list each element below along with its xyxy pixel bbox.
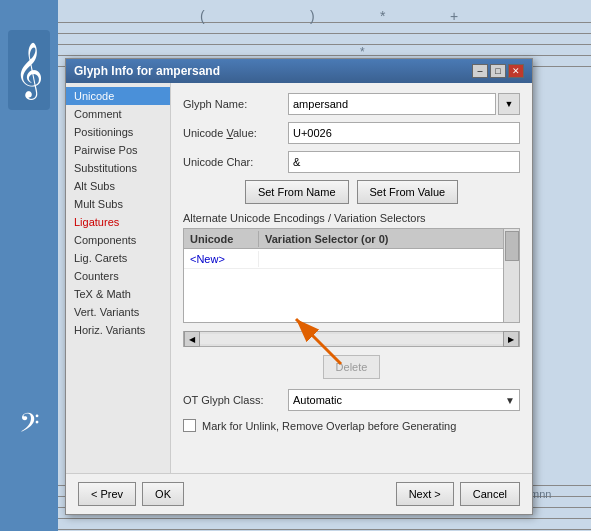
nav-item-vert-variants[interactable]: Vert. Variants xyxy=(66,303,170,321)
dialog-body: Unicode Comment Positionings Pairwise Po… xyxy=(66,83,532,473)
scrollbar-thumb xyxy=(505,231,519,261)
scroll-right-arrow[interactable]: ▶ xyxy=(503,331,519,347)
alternate-section-label: Alternate Unicode Encodings / Variation … xyxy=(183,212,520,224)
glyph-name-dropdown-btn[interactable]: ▼ xyxy=(498,93,520,115)
ok-button[interactable]: OK xyxy=(142,482,184,506)
nav-item-components[interactable]: Components xyxy=(66,231,170,249)
ot-glyph-class-row: OT Glyph Class: Automatic ▼ xyxy=(183,389,520,411)
scroll-left-arrow[interactable]: ◀ xyxy=(184,331,200,347)
nav-item-tex-math[interactable]: TeX & Math xyxy=(66,285,170,303)
cancel-button[interactable]: Cancel xyxy=(460,482,520,506)
delete-row: Delete xyxy=(183,355,520,379)
nav-item-comment[interactable]: Comment xyxy=(66,105,170,123)
unicode-char-input[interactable] xyxy=(288,151,520,173)
table-row-new[interactable]: <New> xyxy=(184,249,519,269)
delete-button: Delete xyxy=(323,355,381,379)
glyph-name-label: Glyph Name: xyxy=(183,98,288,110)
dialog-titlebar: Glyph Info for ampersand – □ ✕ xyxy=(66,59,532,83)
table-col-unicode-header: Unicode xyxy=(184,231,259,247)
table-scrollbar[interactable] xyxy=(503,229,519,322)
ot-glyph-class-select[interactable]: Automatic ▼ xyxy=(288,389,520,411)
staff-line xyxy=(0,529,591,530)
table-header: Unicode Variation Selector (or 0) xyxy=(184,229,519,249)
titlebar-buttons: – □ ✕ xyxy=(472,64,524,78)
nav-item-unicode[interactable]: Unicode xyxy=(66,87,170,105)
blue-sidebar-strip: 𝄞 𝄢 xyxy=(0,0,58,531)
bass-clef-icon: 𝄢 xyxy=(8,401,50,451)
footer-left-buttons: < Prev OK xyxy=(78,482,184,506)
unicode-value-input[interactable] xyxy=(288,122,520,144)
glyph-name-field-container: ▼ xyxy=(288,93,520,115)
maximize-button[interactable]: □ xyxy=(490,64,506,78)
staff-line xyxy=(0,22,591,23)
horizontal-scrollbar[interactable]: ◀ ▶ xyxy=(183,331,520,347)
dialog-footer: < Prev OK Next > Cancel xyxy=(66,473,532,514)
nav-item-ligatures[interactable]: Ligatures xyxy=(66,213,170,231)
prev-button[interactable]: < Prev xyxy=(78,482,136,506)
unicode-value-row: Unicode Value: xyxy=(183,122,520,144)
checkbox-label: Mark for Unlink, Remove Overlap before G… xyxy=(202,420,456,432)
treble-clef-icon: 𝄞 xyxy=(8,30,50,110)
music-symbol: ) xyxy=(310,8,315,24)
scroll-track xyxy=(200,334,503,344)
music-symbol: + xyxy=(450,8,458,24)
staff-line xyxy=(0,518,591,519)
nav-item-horiz-variants[interactable]: Horiz. Variants xyxy=(66,321,170,339)
unlink-checkbox[interactable] xyxy=(183,419,196,432)
set-from-name-button[interactable]: Set From Name xyxy=(245,180,349,204)
glyph-name-row: Glyph Name: ▼ xyxy=(183,93,520,115)
nav-item-substitutions[interactable]: Substitutions xyxy=(66,159,170,177)
unicode-table: Unicode Variation Selector (or 0) <New> xyxy=(183,228,520,323)
music-symbol: * xyxy=(360,45,365,59)
staff-line xyxy=(0,55,591,56)
ot-glyph-class-label: OT Glyph Class: xyxy=(183,394,288,406)
nav-item-positionings[interactable]: Positionings xyxy=(66,123,170,141)
footer-right-buttons: Next > Cancel xyxy=(396,482,520,506)
staff-line xyxy=(0,33,591,34)
nav-item-lig-carets[interactable]: Lig. Carets xyxy=(66,249,170,267)
close-button[interactable]: ✕ xyxy=(508,64,524,78)
glyph-info-dialog: Glyph Info for ampersand – □ ✕ Unicode C… xyxy=(65,58,533,515)
checkbox-row: Mark for Unlink, Remove Overlap before G… xyxy=(183,419,520,432)
table-cell-new: <New> xyxy=(184,251,259,267)
glyph-name-input[interactable] xyxy=(288,93,496,115)
set-from-value-button[interactable]: Set From Value xyxy=(357,180,459,204)
music-symbol: * xyxy=(380,8,385,24)
next-button[interactable]: Next > xyxy=(396,482,454,506)
unicode-value-label: Unicode Value: xyxy=(183,127,288,139)
nav-item-pairwise-pos[interactable]: Pairwise Pos xyxy=(66,141,170,159)
nav-item-mult-subs[interactable]: Mult Subs xyxy=(66,195,170,213)
set-buttons-row: Set From Name Set From Value xyxy=(183,180,520,204)
nav-item-counters[interactable]: Counters xyxy=(66,267,170,285)
content-area: Glyph Name: ▼ Unicode Value: Unicode Cha… xyxy=(171,83,532,473)
staff-line xyxy=(0,44,591,45)
music-symbol: mnn xyxy=(530,488,551,500)
ot-glyph-class-dropdown-icon: ▼ xyxy=(505,395,515,406)
nav-item-alt-subs[interactable]: Alt Subs xyxy=(66,177,170,195)
dialog-title: Glyph Info for ampersand xyxy=(74,64,220,78)
unicode-char-label: Unicode Char: xyxy=(183,156,288,168)
minimize-button[interactable]: – xyxy=(472,64,488,78)
nav-panel: Unicode Comment Positionings Pairwise Po… xyxy=(66,83,171,473)
ot-glyph-class-value: Automatic xyxy=(293,394,342,406)
table-col-selector-header: Variation Selector (or 0) xyxy=(259,231,519,247)
unicode-char-row: Unicode Char: xyxy=(183,151,520,173)
music-symbol: ( xyxy=(200,8,205,24)
